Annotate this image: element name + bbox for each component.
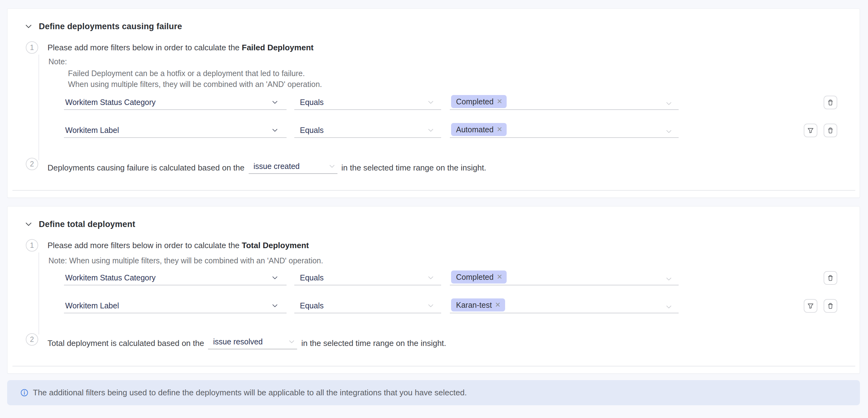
step-gutter: 2 — [7, 158, 48, 170]
field-select[interactable]: Workitem Status Category — [64, 95, 286, 110]
step-number-badge: 2 — [26, 333, 38, 346]
add-filter-button[interactable] — [804, 299, 817, 313]
delete-filter-button[interactable] — [824, 124, 837, 137]
sentence-prefix: Total deployment is calculated based on … — [48, 337, 204, 349]
note-lines: Failed Deployment can be a hotfix or a d… — [48, 68, 860, 90]
values-multiselect[interactable]: Completed ✕ — [450, 270, 679, 286]
value-tag-label: Automated — [456, 123, 494, 136]
operator-select[interactable]: Equals — [294, 270, 441, 286]
operator-select-value: Equals — [300, 301, 323, 310]
operator-select[interactable]: Equals — [294, 298, 441, 314]
instruction-text: Please add more filters below in order t… — [48, 241, 242, 250]
step-2-content: Deployments causing failure is calculate… — [48, 158, 860, 174]
chevron-down-icon — [289, 339, 294, 345]
chevron-down-icon — [272, 99, 278, 105]
filter-rows: Workitem Status Category Equals Complete… — [48, 95, 860, 138]
operator-select-value: Equals — [300, 125, 323, 135]
step-gutter: 1 — [7, 41, 48, 138]
tag-remove-icon[interactable]: ✕ — [497, 274, 502, 280]
filter-row: Workitem Label Equals Karan-test ✕ — [64, 298, 837, 314]
delete-filter-button[interactable] — [824, 96, 837, 109]
chevron-down-icon — [329, 163, 335, 169]
chevron-down-icon — [666, 128, 672, 135]
step-connector-line — [38, 55, 39, 160]
chevron-down-icon — [428, 99, 434, 105]
tag-remove-icon[interactable]: ✕ — [497, 126, 502, 133]
tag-remove-icon[interactable]: ✕ — [495, 302, 500, 308]
section-header: Define deployments causing failure — [25, 22, 860, 31]
step-2: 2 Total deployment is calculated based o… — [7, 333, 860, 349]
note-line: Failed Deployment can be a hotfix or a d… — [68, 68, 860, 79]
chevron-down-icon — [272, 275, 278, 281]
section-footer-divider — [12, 190, 855, 191]
section-title: Define deployments causing failure — [39, 22, 182, 31]
section-define-deployments-causing-failure: Define deployments causing failure 1 Ple… — [7, 8, 860, 198]
values-multiselect[interactable]: Automated ✕ — [450, 123, 679, 138]
section-footer-divider — [12, 366, 855, 366]
filter-row: Workitem Status Category Equals Complete… — [64, 270, 837, 286]
field-select[interactable]: Workitem Label — [64, 123, 286, 138]
value-tag-label: Completed — [456, 95, 494, 108]
value-tag: Automated ✕ — [451, 123, 507, 136]
chevron-down-icon — [272, 127, 278, 133]
section-define-total-deployment: Define total deployment 1 Please add mor… — [7, 206, 860, 374]
info-banner: The additional filters being used to def… — [7, 380, 860, 405]
event-type-select[interactable]: issue resolved — [208, 333, 297, 349]
row-buttons — [824, 271, 837, 285]
chevron-down-icon — [272, 303, 278, 309]
instruction-text: Please add more filters below in order t… — [48, 43, 242, 52]
note-line: When using multiple filters, they will b… — [68, 79, 860, 90]
field-select-value: Workitem Label — [65, 301, 119, 310]
filter-row: Workitem Status Category Equals Complete… — [64, 95, 837, 110]
values-multiselect[interactable]: Completed ✕ — [450, 95, 679, 110]
step-number-badge: 1 — [26, 41, 38, 54]
note-line: Note: When using multiple filters, they … — [48, 256, 860, 265]
add-filter-button[interactable] — [804, 124, 817, 137]
step-2-sentence: Total deployment is calculated based on … — [48, 333, 860, 349]
operator-select[interactable]: Equals — [294, 123, 441, 138]
step-2: 2 Deployments causing failure is calcula… — [7, 158, 860, 174]
instruction-bold-term: Total Deployment — [242, 241, 309, 250]
sentence-suffix: in the selected time range on the insigh… — [341, 161, 487, 174]
step-1-content: Please add more filters below in order t… — [48, 239, 860, 314]
field-select-value: Workitem Status Category — [65, 97, 156, 107]
field-select-value: Workitem Status Category — [65, 273, 156, 282]
event-type-select-value: issue resolved — [213, 337, 262, 346]
step-1-instruction: Please add more filters below in order t… — [48, 41, 860, 54]
step-1: 1 Please add more filters below in order… — [7, 239, 860, 314]
tag-remove-icon[interactable]: ✕ — [497, 98, 502, 105]
section-header: Define total deployment — [25, 219, 860, 229]
chevron-down-icon — [666, 276, 672, 282]
note-label: Note: — [48, 57, 860, 66]
chevron-down-icon — [666, 304, 672, 310]
chevron-down-icon — [428, 303, 434, 309]
step-gutter: 2 — [7, 333, 48, 346]
event-type-select[interactable]: issue created — [249, 158, 337, 174]
chevron-down-icon — [428, 127, 434, 133]
deployment-settings-page: Define deployments causing failure 1 Ple… — [0, 0, 868, 405]
info-icon — [21, 389, 28, 396]
field-select[interactable]: Workitem Label — [64, 298, 286, 314]
collapse-chevron-icon[interactable] — [25, 23, 32, 30]
row-buttons — [804, 299, 837, 313]
step-1: 1 Please add more filters below in order… — [7, 41, 860, 138]
operator-select-value: Equals — [300, 97, 323, 107]
value-tag: Completed ✕ — [451, 95, 507, 108]
collapse-chevron-icon[interactable] — [25, 221, 32, 228]
step-number-badge: 2 — [26, 158, 38, 170]
delete-filter-button[interactable] — [824, 271, 837, 285]
sentence-suffix: in the selected time range on the insigh… — [301, 337, 446, 349]
step-2-sentence: Deployments causing failure is calculate… — [48, 158, 860, 174]
value-tag: Completed ✕ — [451, 270, 507, 283]
values-multiselect[interactable]: Karan-test ✕ — [450, 298, 679, 314]
section-title: Define total deployment — [39, 219, 135, 229]
value-tag-label: Karan-test — [456, 299, 492, 311]
chevron-down-icon — [666, 100, 672, 107]
operator-select[interactable]: Equals — [294, 95, 441, 110]
value-tag: Karan-test ✕ — [451, 298, 505, 311]
delete-filter-button[interactable] — [824, 299, 837, 313]
field-select[interactable]: Workitem Status Category — [64, 270, 286, 286]
instruction-bold-term: Failed Deployment — [242, 43, 314, 52]
filter-rows: Workitem Status Category Equals Complete… — [48, 270, 860, 314]
step-1-instruction: Please add more filters below in order t… — [48, 239, 860, 251]
